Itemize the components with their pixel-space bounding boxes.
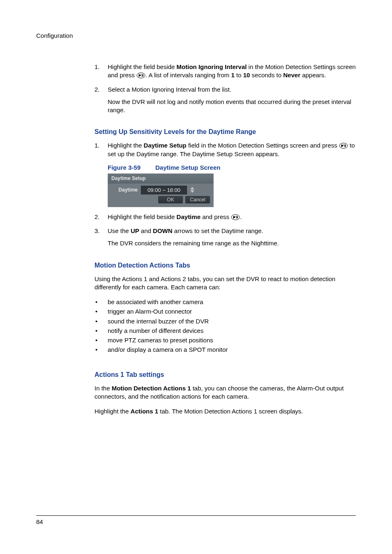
text: and/or display a camera on a SPOT monito… [108,345,228,354]
text-bold: Motion Ignoring Interval [177,63,247,70]
text: trigger an Alarm-Out connector [108,307,192,316]
text-bold: Actions 1 [131,408,159,415]
text: . [240,213,242,220]
text: seconds to [250,72,283,78]
list-number: 2. [95,213,108,221]
text: appears. [300,72,326,78]
paragraph: Highlight the Actions 1 tab. The Motion … [95,407,356,416]
text: arrows to set the Daytime range. [173,227,263,234]
figure-caption: Figure 3-59Daytime Setup Screen [108,164,356,171]
text-bold: 10 [243,72,250,78]
list-number: 3. [95,227,108,248]
text: Use the [108,227,131,234]
field-label: Daytime [111,187,138,193]
play-pause-icon [339,143,348,149]
text: and press [201,213,231,220]
text-bold: Daytime Setup [144,142,187,149]
daytime-range-field[interactable]: 09:00 ~ 18:00 [141,186,187,194]
page-number: 84 [36,518,43,525]
chevron-down-icon[interactable] [190,190,194,193]
text-bold: UP [131,227,139,234]
list-item: •sound the internal buzzer of the DVR [95,316,356,326]
bullet-icon: • [95,335,108,345]
list-number: 1. [95,141,108,158]
cancel-button[interactable]: Cancel [185,196,210,203]
play-pause-icon [136,72,145,78]
list-item: •move PTZ cameras to preset positions [95,335,356,345]
list-item: 2. Select a Motion Ignoring Interval fro… [95,85,356,115]
bullet-list: •be associated with another camera •trig… [95,297,356,355]
text: field in the Motion Detection Settings s… [187,142,339,149]
section-heading: Setting Up Sensitivity Levels for the Da… [95,128,356,136]
text-bold: Daytime [177,213,201,220]
text: to [235,72,243,78]
text-bold: DOWN [153,227,173,234]
running-header: Configuration [36,32,356,39]
list-item: •be associated with another camera [95,297,356,307]
bullet-icon: • [95,345,108,354]
list-item: •trigger an Alarm-Out connector [95,307,356,316]
bullet-icon: • [95,316,108,326]
section-heading: Actions 1 Tab settings [95,371,356,379]
text: Highlight the field beside [108,63,177,70]
text: Highlight the field beside [108,213,177,220]
list-item: •notify a number of different devices [95,326,356,335]
text: Select a Motion Ignoring Interval from t… [108,86,231,93]
time-stepper[interactable] [190,187,194,193]
text: In the [95,385,112,392]
daytime-setup-dialog: Daytime Setup Daytime 09:00 ~ 18:00 OK C… [108,173,214,207]
chevron-up-icon[interactable] [190,187,194,189]
footer: 84 [36,515,356,525]
text: and [139,227,153,234]
ok-button[interactable]: OK [158,196,183,203]
list-item: •and/or display a camera on a SPOT monit… [95,345,356,354]
list-item: 3. Use the UP and DOWN arrows to set the… [95,227,356,248]
text: The DVR considers the remaining time ran… [108,239,356,247]
text-bold: Never [283,72,300,78]
bullet-icon: • [95,307,108,316]
section-heading: Motion Detection Actions Tabs [95,262,356,269]
text: notify a number of different devices [108,326,203,335]
list-number: 1. [95,63,108,80]
text-bold: 1 [231,72,234,78]
text: Highlight the [95,408,131,415]
paragraph: In the Motion Detection Actions 1 tab, y… [95,384,356,401]
figure-number: Figure 3-59 [108,164,141,171]
paragraph: Using the Actions 1 and Actions 2 tabs, … [95,275,356,292]
list-item: 1. Highlight the field beside Motion Ign… [95,63,356,80]
text: Now the DVR will not log and notify moti… [108,98,356,115]
text: sound the internal buzzer of the DVR [108,316,209,326]
text: . A list of intervals ranging from [145,72,231,78]
bullet-icon: • [95,326,108,335]
text: tab. The Motion Detection Actions 1 scre… [158,408,303,415]
figure-title: Daytime Setup Screen [155,164,220,171]
text: be associated with another camera [108,297,203,307]
list-item: 2. Highlight the field beside Daytime an… [95,213,356,221]
play-pause-icon [231,214,240,220]
bullet-icon: • [95,297,108,307]
list-number: 2. [95,85,108,115]
text: Highlight the [108,142,144,149]
text: move PTZ cameras to preset positions [108,335,213,345]
dialog-title: Daytime Setup [108,174,213,183]
text-bold: Motion Detection Actions 1 [112,385,191,392]
list-item: 1. Highlight the Daytime Setup field in … [95,141,356,158]
